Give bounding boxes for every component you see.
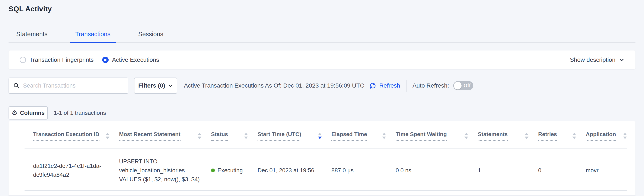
sort-icon[interactable] <box>572 133 576 139</box>
status-label: Executing <box>218 166 243 175</box>
status-executing-dot-icon <box>211 169 215 172</box>
sort-icon[interactable] <box>382 133 386 139</box>
controls-row: Filters (0) Active Transaction Execution… <box>8 78 636 94</box>
search-icon <box>13 82 20 89</box>
chevron-down-icon <box>168 83 173 88</box>
radio-unselected-icon[interactable] <box>20 57 26 63</box>
toggle-knob-icon <box>454 82 462 89</box>
refresh-label: Refresh <box>379 82 400 89</box>
tab-sessions[interactable]: Sessions <box>133 30 169 42</box>
radio-label: Active Executions <box>112 56 159 63</box>
chevron-down-icon <box>619 57 624 63</box>
as-of-timestamp: Active Transaction Executions As Of: Dec… <box>184 82 364 89</box>
toggle-state-label: Off <box>464 83 470 89</box>
radio-selected-icon[interactable] <box>102 57 108 63</box>
column-header-most-recent-statement[interactable]: Most Recent Statement <box>119 121 211 149</box>
cell-transaction-execution-id[interactable]: da1f21e2-de71-4c1f-a1da-dc9fc94a84a2 <box>24 149 119 191</box>
columns-button[interactable]: ⚙ Columns <box>8 106 48 120</box>
filters-label: Filters (0) <box>138 82 165 89</box>
column-header-status[interactable]: Status <box>211 121 258 149</box>
refresh-button[interactable]: Refresh <box>369 82 400 89</box>
sort-icon[interactable] <box>318 133 322 139</box>
tab-statements[interactable]: Statements <box>11 30 53 42</box>
search-box[interactable] <box>8 78 128 94</box>
column-header-transaction-execution-id[interactable]: Transaction Execution ID <box>24 121 119 149</box>
transactions-table: Transaction Execution ID Most Recent Sta… <box>24 121 627 191</box>
radio-label: Transaction Fingerprints <box>30 56 94 63</box>
cell-start-time: Dec 01, 2023 at 19:56 <box>258 149 332 191</box>
auto-refresh-toggle[interactable]: Off <box>453 81 473 90</box>
sort-icon[interactable] <box>244 133 248 139</box>
filters-button[interactable]: Filters (0) <box>134 78 177 94</box>
cell-time-spent-waiting: 0.0 ns <box>396 149 478 191</box>
cell-most-recent-statement[interactable]: UPSERT INTO vehicle_location_histories V… <box>119 149 211 191</box>
sql-activity-page: SQL Activity Statements Transactions Ses… <box>0 0 644 196</box>
sort-icon[interactable] <box>623 133 627 139</box>
column-header-time-spent-waiting[interactable]: Time Spent Waiting <box>396 121 478 149</box>
cell-application: movr <box>586 149 627 191</box>
radio-active-executions[interactable]: Active Executions <box>102 56 159 63</box>
column-header-retries[interactable]: Retries <box>538 121 586 149</box>
transactions-table-card: Transaction Execution ID Most Recent Sta… <box>8 121 636 195</box>
tab-bar: Statements Transactions Sessions <box>8 30 636 43</box>
sort-icon[interactable] <box>198 133 202 139</box>
results-count: 1-1 of 1 transactions <box>54 110 106 116</box>
table-row[interactable]: da1f21e2-de71-4c1f-a1da-dc9fc94a84a2 UPS… <box>24 149 627 191</box>
sort-icon[interactable] <box>525 133 528 139</box>
view-mode-card: Transaction Fingerprints Active Executio… <box>8 50 636 69</box>
column-header-application[interactable]: Application <box>586 121 627 149</box>
auto-refresh-label: Auto Refresh: <box>412 82 449 89</box>
show-description-label: Show description <box>570 56 616 63</box>
cell-statements: 1 <box>478 149 538 191</box>
column-header-elapsed-time[interactable]: Elapsed Time <box>332 121 396 149</box>
show-description-button[interactable]: Show description <box>570 56 624 63</box>
cell-status: Executing <box>211 149 258 191</box>
cell-retries: 0 <box>538 149 586 191</box>
table-header-row: Transaction Execution ID Most Recent Sta… <box>24 121 627 149</box>
refresh-icon <box>369 82 377 89</box>
tab-transactions[interactable]: Transactions <box>70 30 116 42</box>
vertical-divider <box>406 80 406 92</box>
radio-transaction-fingerprints[interactable]: Transaction Fingerprints <box>20 56 94 63</box>
cell-elapsed-time: 887.0 µs <box>332 149 396 191</box>
columns-label: Columns <box>20 110 45 116</box>
gear-icon: ⚙ <box>12 110 18 116</box>
sort-icon[interactable] <box>464 133 468 139</box>
search-input[interactable] <box>23 82 124 89</box>
column-header-start-time[interactable]: Start Time (UTC) <box>258 121 332 149</box>
sort-icon[interactable] <box>106 133 110 139</box>
page-title: SQL Activity <box>8 0 636 13</box>
column-header-statements[interactable]: Statements <box>478 121 538 149</box>
table-toolbar: ⚙ Columns 1-1 of 1 transactions <box>8 106 636 120</box>
